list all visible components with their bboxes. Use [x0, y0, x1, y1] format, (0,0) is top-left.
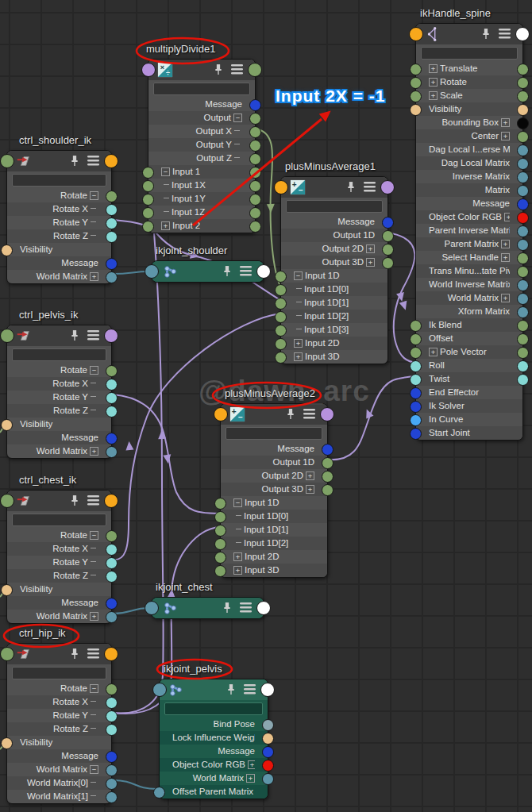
expand-toggle-icon[interactable]: + [429, 348, 438, 356]
socket-orange[interactable] [104, 494, 118, 508]
node-header[interactable] [7, 325, 111, 346]
socket-cyan[interactable] [106, 392, 118, 404]
node-editor-canvas[interactable]: Input 2X = -1 @dawn_arc ctrl_shoulder_ik… [0, 0, 532, 812]
node-plusMinusAverage2[interactable]: +−MessageOutput 1DOutput 2D+Output 3D+−I… [220, 403, 328, 578]
node-header[interactable] [416, 24, 522, 44]
socket-blue[interactable] [322, 444, 333, 456]
menu-icon[interactable] [87, 155, 100, 167]
expand-toggle-icon[interactable]: + [161, 221, 170, 230]
socket-green[interactable] [322, 457, 333, 469]
socket-green[interactable] [517, 333, 529, 345]
socket-teal[interactable] [517, 293, 529, 305]
socket-white[interactable] [515, 27, 530, 41]
expand-toggle-icon[interactable]: + [501, 118, 510, 127]
socket-blue[interactable] [106, 751, 118, 763]
socket-cyan[interactable] [517, 360, 529, 372]
socket-green[interactable] [517, 77, 529, 89]
node-header[interactable]: ×÷ [148, 60, 255, 80]
socket-green[interactable] [517, 347, 529, 359]
socket-peach[interactable] [517, 104, 529, 116]
node-ikHandle_spine[interactable]: +Translate+Rotate+ScaleVisibilityBoundin… [415, 23, 523, 441]
socket-teal[interactable] [106, 446, 118, 458]
node-ikjoint_chest[interactable] [151, 597, 264, 619]
socket-green[interactable] [0, 154, 14, 168]
socket-cyan[interactable] [106, 571, 118, 583]
socket-green[interactable] [142, 207, 154, 219]
socket-green[interactable] [382, 244, 394, 256]
expand-toggle-icon[interactable]: + [429, 78, 438, 87]
socket-cyan[interactable] [106, 379, 118, 391]
socket-teal[interactable] [517, 279, 529, 291]
socket-green[interactable] [142, 194, 154, 206]
expand-toggle-icon[interactable]: + [501, 253, 510, 262]
socket-green[interactable] [142, 180, 154, 192]
expand-toggle-icon[interactable]: + [504, 213, 510, 221]
expand-toggle-icon[interactable]: − [90, 191, 98, 200]
expand-toggle-icon[interactable]: + [366, 258, 375, 267]
expand-toggle-icon[interactable]: − [90, 366, 98, 375]
socket-green[interactable] [410, 333, 422, 345]
socket-green[interactable] [322, 471, 333, 483]
menu-icon[interactable] [363, 181, 376, 193]
socket-green[interactable] [322, 484, 333, 496]
node-ikjoint_shoulder[interactable] [151, 260, 264, 283]
socket-green[interactable] [275, 325, 287, 337]
socket-cyan[interactable] [410, 360, 422, 372]
socket-teal[interactable] [517, 171, 529, 183]
socket-green[interactable] [248, 63, 262, 77]
socket-green[interactable] [214, 498, 226, 510]
socket-green[interactable] [214, 565, 226, 577]
wire-ctrl_pelvis_ik.rotateY-to-plusMinusAverage2.input1D0[interactable] [113, 394, 220, 514]
expand-toggle-icon[interactable]: − [294, 271, 303, 280]
wire-ctrl_hip_ik.worldMatrix0-to-ikjoint_pelvis.offsetParentMatrix[interactable] [113, 780, 157, 789]
expand-toggle-icon[interactable]: + [90, 272, 98, 281]
node-header[interactable] [7, 491, 111, 511]
socket-teal[interactable] [153, 787, 165, 799]
node-name-field[interactable] [12, 174, 106, 187]
socket-white[interactable] [256, 601, 271, 615]
socket-cyan[interactable] [106, 557, 118, 569]
socket-green[interactable] [410, 90, 422, 102]
pin-icon[interactable] [222, 264, 232, 278]
socket-cyan[interactable] [106, 204, 118, 216]
socket-green[interactable] [517, 266, 529, 278]
socket-cyan[interactable] [106, 217, 118, 229]
socket-green[interactable] [249, 140, 261, 152]
socket-green[interactable] [249, 180, 261, 192]
node-name-field[interactable] [12, 514, 106, 526]
menu-icon[interactable] [230, 63, 244, 75]
node-name-field[interactable] [226, 427, 322, 440]
node-ikjoint_pelvis[interactable]: Bind PoseLock Influence WeightsMessageOb… [159, 679, 268, 799]
socket-green[interactable] [106, 530, 118, 542]
expand-toggle-icon[interactable]: − [233, 498, 242, 507]
socket-cyan[interactable] [106, 544, 118, 556]
node-name-field[interactable] [286, 200, 383, 213]
socket-green[interactable] [517, 90, 529, 102]
socket-green[interactable] [142, 167, 154, 179]
socket-teal[interactable] [106, 271, 118, 283]
socket-blue[interactable] [410, 401, 422, 413]
expand-toggle-icon[interactable]: + [90, 612, 98, 621]
socket-steel[interactable] [262, 719, 274, 731]
socket-green[interactable] [275, 352, 287, 364]
socket-teal[interactable] [517, 306, 529, 318]
menu-icon[interactable] [243, 683, 256, 695]
pin-icon[interactable] [286, 407, 295, 421]
node-header[interactable]: +− [281, 177, 387, 198]
socket-teal[interactable] [517, 239, 529, 251]
socket-teal[interactable] [106, 778, 118, 790]
node-ctrl_hip_ik[interactable]: Rotate−Rotate XRotate YRotate ZVisibilit… [6, 643, 112, 804]
socket-orange[interactable] [274, 180, 288, 194]
socket-purple[interactable] [141, 63, 156, 77]
socket-blue[interactable] [410, 387, 422, 399]
expand-toggle-icon[interactable]: + [501, 240, 510, 248]
socket-green[interactable] [517, 63, 529, 75]
socket-green[interactable] [382, 257, 394, 269]
expand-toggle-icon[interactable]: + [501, 132, 510, 140]
socket-purple[interactable] [320, 407, 334, 421]
menu-icon[interactable] [239, 602, 253, 614]
menu-icon[interactable] [87, 648, 100, 660]
expand-toggle-icon[interactable]: + [501, 294, 510, 302]
socket-peach[interactable] [262, 733, 274, 745]
node-header[interactable] [160, 679, 268, 700]
